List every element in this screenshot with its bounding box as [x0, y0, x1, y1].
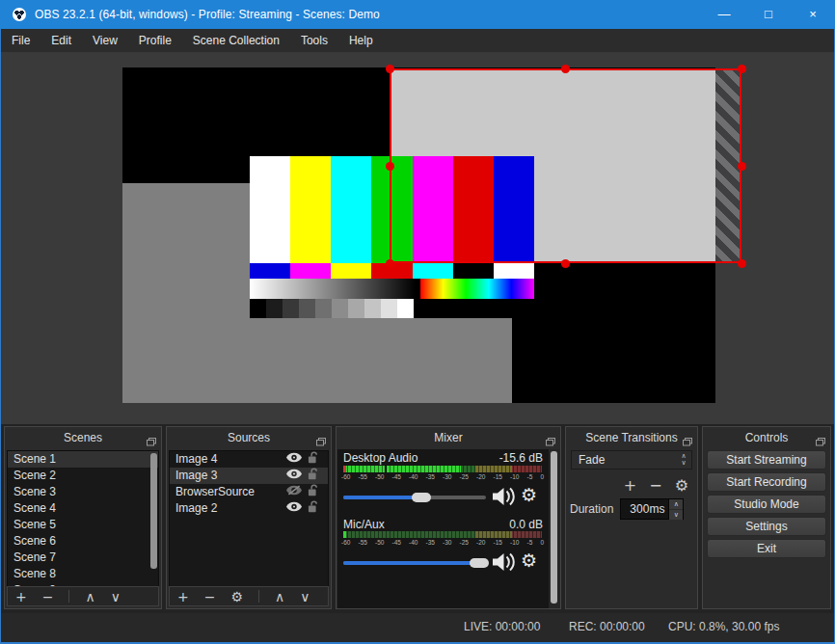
mic-aux-gear-icon[interactable]: ⚙: [521, 550, 537, 571]
mic-aux-labels: Mic/Aux 0.0 dB: [343, 518, 543, 530]
start-recording-button[interactable]: Start Recording: [707, 472, 826, 492]
desktop-audio-labels: Desktop Audio -15.6 dB: [343, 451, 543, 464]
menu-scene-collection[interactable]: Scene Collection: [182, 29, 290, 52]
minimize-button[interactable]: —: [702, 0, 746, 29]
add-source-button[interactable]: +: [177, 588, 189, 605]
visibility-eye-icon[interactable]: [286, 468, 302, 484]
lock-open-icon[interactable]: [308, 451, 318, 469]
visibility-eye-icon[interactable]: [286, 451, 302, 468]
menu-help[interactable]: Help: [338, 29, 384, 52]
duration-spinbox[interactable]: 300ms ∧ ∨: [620, 498, 684, 520]
menu-view[interactable]: View: [82, 29, 128, 52]
panel-float-icon[interactable]: [546, 433, 555, 450]
selection-handle-top-left[interactable]: [386, 65, 394, 73]
selection-outline[interactable]: [390, 68, 741, 263]
meter-peak-marker: [343, 531, 346, 538]
scene-up-button[interactable]: ∧: [85, 588, 94, 605]
selection-handle-bottom-right[interactable]: [738, 259, 746, 268]
close-button[interactable]: ×: [791, 0, 835, 29]
selection-handle-middle-right[interactable]: [738, 162, 746, 171]
desktop-db-scale: -60-55 -50-45 -40-35 -30-25 -20-15 -10-5…: [341, 473, 544, 481]
menu-edit[interactable]: Edit: [40, 29, 82, 52]
lock-open-icon[interactable]: [308, 484, 318, 501]
spin-down-button[interactable]: ∨: [669, 510, 683, 520]
dock-row: Scenes Scene 1 Scene 2 Scene 3 Scene 4 S…: [1, 424, 834, 613]
source-item[interactable]: Image 4: [170, 451, 328, 468]
lock-open-icon[interactable]: [308, 468, 318, 485]
menu-file[interactable]: File: [1, 29, 40, 52]
toolbar-separator: [68, 590, 69, 603]
add-transition-button[interactable]: +: [624, 477, 636, 495]
slider-handle[interactable]: [412, 493, 431, 502]
scene-item[interactable]: Scene 1: [8, 451, 158, 468]
remove-scene-button[interactable]: −: [42, 588, 54, 605]
titlebar[interactable]: OBS 23.2.1 (64-bit, windows) - Profile: …: [0, 0, 835, 29]
studio-mode-button[interactable]: Studio Mode: [707, 495, 826, 514]
source-down-button[interactable]: ∨: [300, 588, 310, 605]
speaker-mute-icon[interactable]: [491, 551, 516, 577]
sources-toolbar: + − ⚙ ∧ ∨: [169, 586, 329, 606]
mixer-panel-header[interactable]: Mixer: [337, 427, 560, 448]
panel-float-icon[interactable]: [147, 433, 156, 450]
desktop-audio-gear-icon[interactable]: ⚙: [521, 484, 537, 505]
exit-button[interactable]: Exit: [707, 539, 826, 558]
visibility-eye-icon[interactable]: [286, 500, 302, 517]
selection-handle-bottom-center[interactable]: [561, 259, 570, 268]
transition-properties-gear-button[interactable]: ⚙: [675, 477, 688, 495]
remove-source-button[interactable]: −: [204, 588, 216, 605]
controls-panel: Controls Start Streaming Start Recording…: [702, 426, 831, 609]
selection-handle-middle-left[interactable]: [386, 162, 394, 171]
channel-name: Mic/Aux: [343, 518, 385, 530]
scene-item[interactable]: Scene 7: [8, 550, 158, 566]
statusbar: LIVE: 00:00:00 REC: 00:00:00 CPU: 0.8%, …: [1, 613, 834, 642]
desktop-volume-slider[interactable]: [343, 496, 486, 499]
scenes-panel-header[interactable]: Scenes: [5, 427, 161, 448]
sources-panel-header[interactable]: Sources: [167, 427, 331, 448]
source-item[interactable]: Image 2: [170, 500, 328, 517]
add-scene-button[interactable]: +: [15, 588, 27, 605]
spinbox-arrows: ∧ ∨: [668, 499, 683, 519]
mixer-scrollbar[interactable]: [551, 451, 557, 604]
cpu-fps: CPU: 0.8%, 30.00 fps: [668, 613, 779, 640]
selection-handle-bottom-left[interactable]: [386, 259, 394, 268]
spin-up-button[interactable]: ∧: [669, 499, 683, 510]
settings-button[interactable]: Settings: [707, 517, 826, 536]
mic-volume-slider[interactable]: [343, 561, 486, 565]
scene-item[interactable]: Scene 6: [8, 533, 158, 550]
slider-handle[interactable]: [470, 558, 489, 568]
panel-float-icon[interactable]: [816, 433, 825, 450]
transition-select[interactable]: Fade ∧ ∨: [571, 450, 692, 470]
scenes-panel-title: Scenes: [64, 431, 102, 444]
source-item[interactable]: BrowserSource: [170, 484, 328, 500]
selection-handle-top-center[interactable]: [561, 65, 570, 73]
panel-float-icon[interactable]: [316, 433, 326, 450]
menu-tools[interactable]: Tools: [290, 29, 338, 52]
transition-selected-value: Fade: [572, 453, 676, 467]
transitions-panel-header[interactable]: Scene Transitions: [566, 427, 697, 448]
source-item[interactable]: Image 3: [170, 468, 328, 484]
lock-open-icon[interactable]: [308, 500, 318, 518]
menubar: File Edit View Profile Scene Collection …: [1, 29, 834, 52]
rec-time: REC: 00:00:00: [569, 613, 645, 640]
scene-item[interactable]: Scene 4: [8, 500, 158, 517]
scene-down-button[interactable]: ∨: [111, 588, 121, 605]
source-properties-gear-button[interactable]: ⚙: [230, 588, 243, 605]
controls-panel-header[interactable]: Controls: [703, 427, 830, 448]
selection-handle-top-right[interactable]: [738, 65, 746, 73]
preview-area[interactable]: [1, 52, 834, 424]
visibility-hidden-eye-icon[interactable]: [286, 484, 302, 500]
scene-item[interactable]: Scene 3: [8, 484, 158, 500]
scene-item[interactable]: Scene 2: [8, 468, 158, 484]
speaker-mute-icon[interactable]: [491, 486, 516, 511]
menu-profile[interactable]: Profile: [128, 29, 182, 52]
meter-peak-marker: [385, 466, 387, 472]
source-up-button[interactable]: ∧: [275, 588, 284, 605]
test-pattern-gradients: [250, 279, 534, 299]
panel-float-icon[interactable]: [683, 433, 692, 450]
scene-item[interactable]: Scene 8: [8, 566, 158, 582]
scene-item[interactable]: Scene 5: [8, 517, 158, 533]
remove-transition-button[interactable]: −: [649, 477, 661, 495]
start-streaming-button[interactable]: Start Streaming: [707, 450, 826, 470]
scenes-scrollbar[interactable]: [150, 453, 157, 569]
maximize-button[interactable]: □: [746, 0, 791, 29]
